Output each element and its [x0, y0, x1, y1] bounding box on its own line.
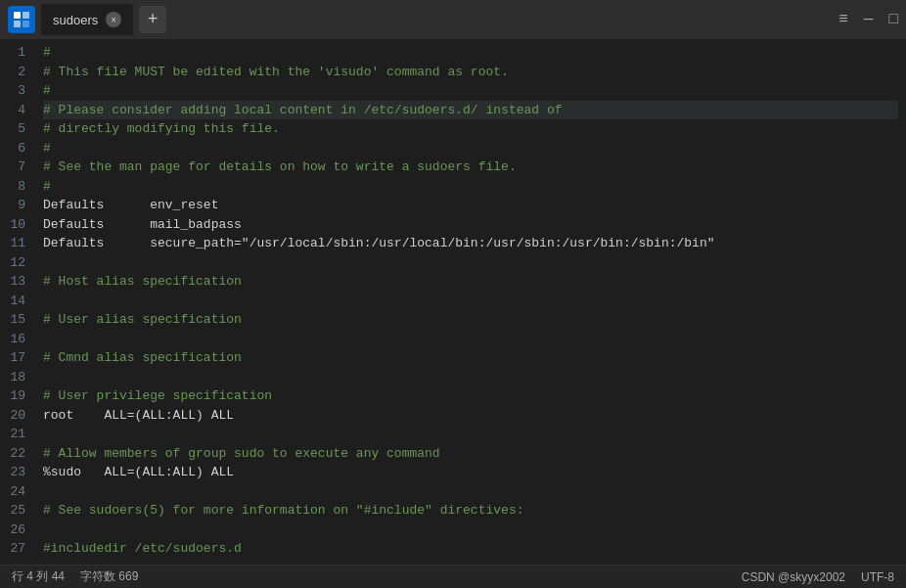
line-number: 18 — [0, 368, 35, 387]
code-line: #includedir /etc/sudoers.d — [43, 539, 898, 559]
code-line: # Cmnd alias specification — [43, 348, 898, 368]
line-number: 25 — [0, 501, 35, 520]
user-info: CSDN @skyyx2002 — [742, 570, 845, 584]
code-line: # See sudoers(5) for more information on… — [43, 501, 898, 520]
code-line: # Host alias specification — [43, 272, 898, 292]
line-number: 6 — [0, 139, 35, 158]
line-number: 15 — [0, 310, 35, 330]
menu-icon[interactable]: ≡ — [838, 11, 848, 28]
code-line — [43, 482, 898, 502]
code-line: # User alias specification — [43, 310, 898, 330]
line-number: 20 — [0, 406, 35, 426]
svg-rect-2 — [14, 21, 21, 27]
line-number: 12 — [0, 253, 35, 273]
code-line: # — [43, 177, 898, 197]
code-line: # Allow members of group sudo to execute… — [43, 444, 898, 464]
svg-rect-0 — [14, 12, 21, 19]
line-number: 9 — [0, 196, 35, 215]
active-tab[interactable]: sudoers × — [41, 4, 133, 35]
titlebar: sudoers × + ≡ — □ — [0, 0, 906, 39]
code-area[interactable]: ## This file MUST be edited with the 'vi… — [35, 39, 906, 565]
code-line — [43, 253, 898, 273]
line-number: 21 — [0, 425, 35, 444]
line-number: 5 — [0, 119, 35, 139]
code-line — [43, 425, 898, 444]
code-line — [43, 520, 898, 540]
line-number: 26 — [0, 520, 35, 540]
line-number: 7 — [0, 158, 35, 177]
code-line: Defaults secure_path="/usr/local/sbin:/u… — [43, 234, 898, 253]
app-logo — [8, 6, 35, 33]
cursor-position: 行 4 列 44 — [12, 568, 65, 585]
tab-close-button[interactable]: × — [106, 12, 121, 27]
status-right: CSDN @skyyx2002 UTF-8 — [742, 570, 894, 584]
line-number: 13 — [0, 272, 35, 292]
line-number: 17 — [0, 348, 35, 368]
line-number: 24 — [0, 482, 35, 502]
line-number: 1 — [0, 43, 35, 63]
code-line: Defaults mail_badpass — [43, 215, 898, 235]
line-number: 2 — [0, 63, 35, 82]
code-line: # — [43, 43, 898, 63]
tab-label: sudoers — [53, 13, 98, 27]
line-number: 8 — [0, 177, 35, 197]
code-line: # — [43, 139, 898, 158]
line-number: 14 — [0, 292, 35, 311]
code-line: root ALL=(ALL:ALL) ALL — [43, 406, 898, 426]
line-numbers: 1234567891011121314151617181920212223242… — [0, 39, 35, 565]
minimize-button[interactable]: — — [864, 11, 874, 28]
line-number: 16 — [0, 330, 35, 349]
svg-rect-3 — [23, 21, 29, 27]
line-number: 3 — [0, 81, 35, 101]
code-line: %sudo ALL=(ALL:ALL) ALL — [43, 463, 898, 482]
char-count: 字符数 669 — [80, 568, 138, 585]
maximize-button[interactable]: □ — [888, 11, 898, 28]
code-line: # directly modifying this file. — [43, 119, 898, 139]
code-line — [43, 368, 898, 387]
code-line: # User privilege specification — [43, 386, 898, 406]
line-number: 11 — [0, 234, 35, 253]
line-number: 27 — [0, 539, 35, 559]
code-line: # This file MUST be edited with the 'vis… — [43, 63, 898, 82]
code-line — [43, 292, 898, 311]
code-line: # — [43, 81, 898, 101]
code-line: Defaults env_reset — [43, 196, 898, 215]
editor: 1234567891011121314151617181920212223242… — [0, 39, 906, 565]
statusbar: 行 4 列 44 字符数 669 CSDN @skyyx2002 UTF-8 — [0, 565, 906, 588]
code-line: # Please consider adding local content i… — [43, 101, 898, 120]
line-number: 10 — [0, 215, 35, 235]
code-line — [43, 330, 898, 349]
svg-rect-1 — [23, 12, 29, 19]
window-controls: ≡ — □ — [838, 11, 898, 28]
editor-content: 1234567891011121314151617181920212223242… — [0, 39, 906, 565]
line-number: 22 — [0, 444, 35, 464]
encoding: UTF-8 — [861, 570, 894, 584]
line-number: 19 — [0, 386, 35, 406]
line-number: 23 — [0, 463, 35, 482]
new-tab-button[interactable]: + — [139, 6, 166, 33]
line-number: 4 — [0, 101, 35, 120]
code-line: # See the man page for details on how to… — [43, 158, 898, 177]
